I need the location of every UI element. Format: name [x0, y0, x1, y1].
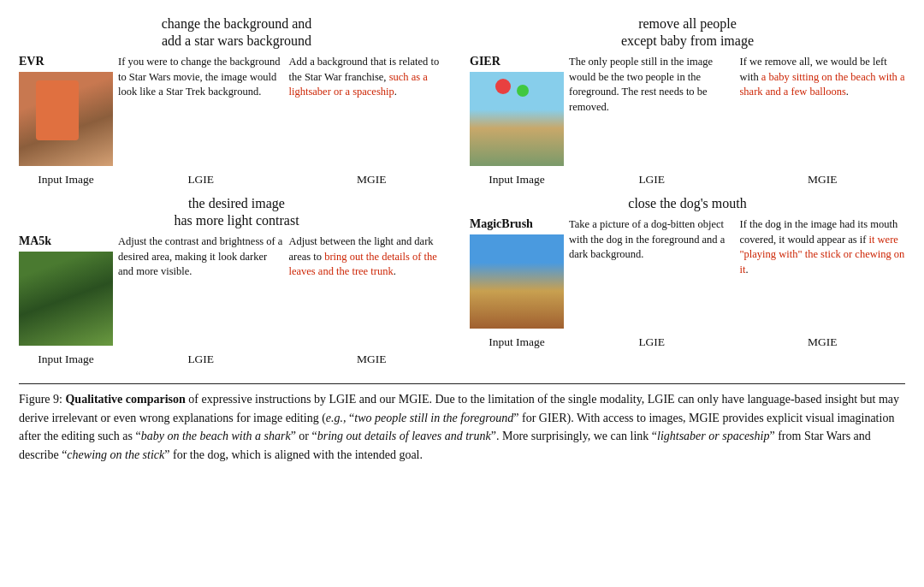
figure-caption: Figure 9: Qualitative comparison of expr… [19, 383, 905, 465]
left-mgie-top-text: Add a background that is related to the … [289, 55, 455, 166]
left-section-label-bottom: MA5k [19, 234, 51, 248]
left-top-title: change the background and add a star war… [19, 15, 454, 50]
right-section-label-bottom: MagicBrush [470, 217, 533, 231]
gier-input-image [470, 72, 564, 166]
right-mgie-bot-text: If the dog in the image had its mouth co… [740, 217, 906, 329]
left-lgie-bot-text: Adjust the contrast and brightness of a … [118, 234, 284, 346]
left-section-label-top: EVR [19, 55, 44, 68]
right-top-title: remove all people except baby from image [470, 15, 905, 50]
right-bottom-labels: Input Image LGIE MGIE [470, 335, 905, 349]
right-top-labels: Input Image LGIE MGIE [470, 173, 905, 187]
right-section-label-top: GIER [470, 55, 500, 68]
left-half: change the background and add a star war… [19, 15, 454, 375]
right-mgie-top-text: If we remove all, we would be left with … [740, 55, 906, 166]
right-bottom-section: MagicBrush Take a picture of a dog-bitte… [470, 217, 905, 329]
ma5k-input-image [19, 252, 113, 346]
right-top-section: GIER The only people still in the image … [470, 55, 905, 166]
right-lgie-bot-text: Take a picture of a dog-bitten object wi… [569, 217, 735, 329]
right-bottom-title: close the dog's mouth [470, 195, 905, 212]
left-top-section: EVR If you were to change the background… [19, 55, 454, 166]
left-top-labels: Input Image LGIE MGIE [19, 173, 454, 187]
left-bottom-labels: Input Image LGIE MGIE [19, 353, 454, 366]
left-mgie-bot-text: Adjust between the light and dark areas … [289, 234, 455, 346]
left-bottom-section: MA5k Adjust the contrast and brightness … [19, 234, 454, 346]
comparison-grid: change the background and add a star war… [19, 15, 905, 375]
evr-input-image [19, 72, 113, 166]
right-half: remove all people except baby from image… [470, 15, 905, 375]
left-bottom-title: the desired image has more light contras… [19, 195, 454, 229]
left-lgie-top-text: If you were to change the background to … [118, 55, 284, 166]
magicbrush-input-image [470, 234, 564, 329]
right-lgie-top-text: The only people still in the image would… [569, 55, 735, 166]
